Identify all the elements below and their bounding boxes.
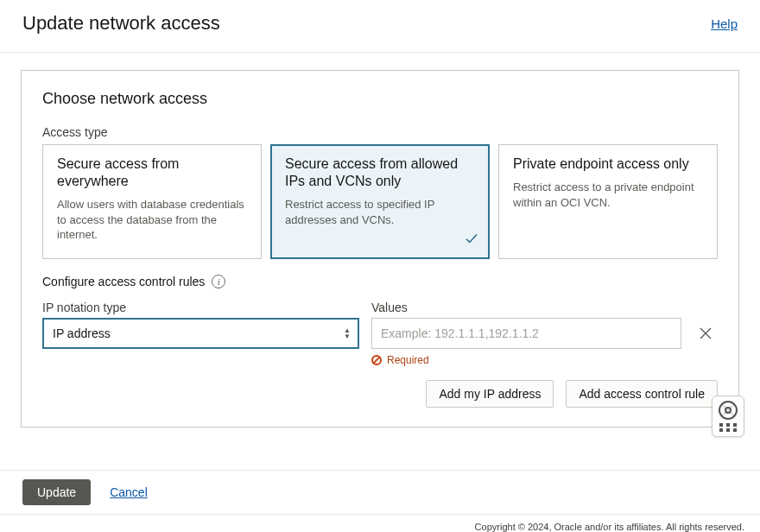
option-desc: Allow users with database credentials to… bbox=[57, 197, 247, 243]
option-private-endpoint[interactable]: Private endpoint access only Restrict ac… bbox=[498, 144, 718, 259]
option-secure-everywhere[interactable]: Secure access from everywhere Allow user… bbox=[42, 144, 262, 259]
remove-rule-button[interactable] bbox=[694, 318, 718, 349]
option-desc: Restrict access to specified IP addresse… bbox=[285, 197, 475, 227]
access-type-label: Access type bbox=[42, 125, 718, 139]
required-text: Required bbox=[387, 354, 429, 366]
info-icon[interactable]: i bbox=[212, 275, 225, 288]
add-rule-button[interactable]: Add access control rule bbox=[566, 380, 718, 408]
update-button[interactable]: Update bbox=[22, 479, 91, 505]
ip-type-value[interactable] bbox=[44, 320, 358, 347]
add-my-ip-button[interactable]: Add my IP address bbox=[426, 380, 554, 408]
help-widget[interactable] bbox=[712, 396, 744, 437]
option-title: Secure access from everywhere bbox=[57, 155, 247, 190]
ip-type-select[interactable]: ▲▼ bbox=[42, 318, 359, 349]
values-input[interactable] bbox=[371, 318, 681, 349]
card-title: Choose network access bbox=[42, 90, 718, 108]
lifebuoy-icon bbox=[719, 401, 738, 420]
copyright-text: Copyright © 2024, Oracle and/or its affi… bbox=[0, 515, 760, 532]
network-access-card: Choose network access Access type Secure… bbox=[21, 70, 739, 428]
cancel-link[interactable]: Cancel bbox=[110, 485, 148, 499]
option-allowed-ips-vcns[interactable]: Secure access from allowed IPs and VCNs … bbox=[270, 144, 490, 259]
option-title: Secure access from allowed IPs and VCNs … bbox=[285, 155, 475, 190]
option-desc: Restrict access to a private endpoint wi… bbox=[513, 180, 703, 210]
grid-icon bbox=[719, 423, 738, 432]
ip-type-label: IP notation type bbox=[42, 301, 359, 314]
error-icon bbox=[371, 355, 382, 365]
option-title: Private endpoint access only bbox=[513, 155, 703, 173]
help-link[interactable]: Help bbox=[711, 16, 738, 31]
acl-label: Configure access control rules bbox=[42, 275, 205, 288]
page-title: Update network access bbox=[22, 12, 220, 35]
check-icon bbox=[464, 231, 479, 250]
values-label: Values bbox=[371, 301, 681, 314]
